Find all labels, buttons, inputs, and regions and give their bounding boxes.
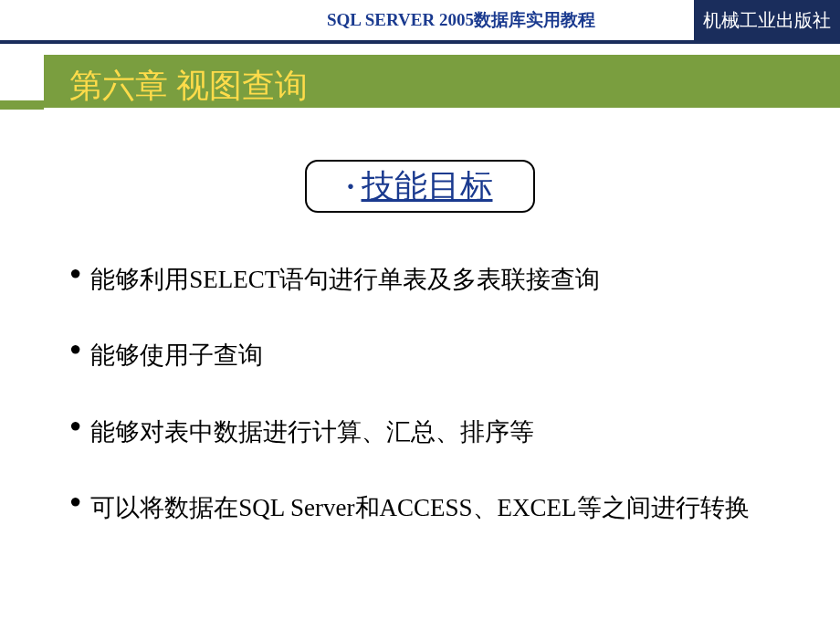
list-item: ● 能够利用SELECT语句进行单表及多表联接查询: [69, 257, 785, 303]
header-title: SQL SERVER 2005数据库实用教程: [327, 8, 595, 32]
publisher-box: 机械工业出版社: [694, 0, 840, 40]
list-item: ● 能够对表中数据进行计算、汇总、排序等: [69, 409, 785, 456]
green-extend: [0, 100, 44, 110]
bullet-icon: ●: [69, 257, 81, 289]
chapter-title: 第六章 视图查询: [69, 64, 308, 109]
bullet-text: 能够对表中数据进行计算、汇总、排序等: [90, 409, 534, 456]
list-item: ● 可以将数据在SQL Server和ACCESS、EXCEL等之间进行转换: [69, 485, 785, 531]
header-bar: SQL SERVER 2005数据库实用教程 机械工业出版社: [0, 0, 840, 40]
content-area: • 技能目标 ● 能够利用SELECT语句进行单表及多表联接查询 ● 能够使用子…: [0, 110, 840, 531]
bullet-icon: •: [347, 176, 353, 197]
bullet-text: 能够使用子查询: [90, 332, 263, 379]
bullet-icon: ●: [69, 332, 81, 364]
bullet-icon: ●: [69, 485, 81, 517]
bullet-text: 能够利用SELECT语句进行单表及多表联接查询: [90, 257, 600, 303]
list-item: ● 能够使用子查询: [69, 332, 785, 379]
bullet-icon: ●: [69, 409, 81, 441]
skill-target-label: 技能目标: [362, 164, 493, 209]
bullet-text: 可以将数据在SQL Server和ACCESS、EXCEL等之间进行转换: [90, 485, 749, 531]
skill-target-box[interactable]: • 技能目标: [305, 160, 535, 213]
bullet-list: ● 能够利用SELECT语句进行单表及多表联接查询 ● 能够使用子查询 ● 能够…: [0, 257, 840, 531]
chapter-band: 第六章 视图查询: [0, 44, 840, 110]
